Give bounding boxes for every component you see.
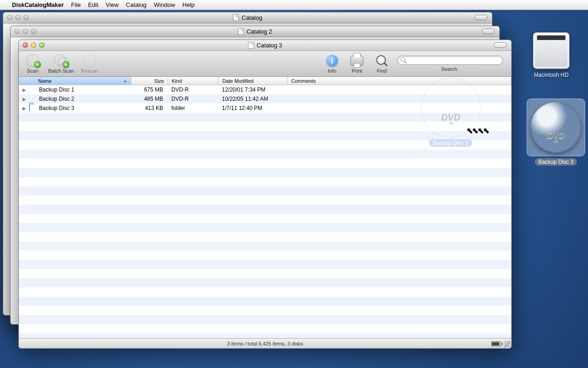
disc-icon — [29, 95, 36, 103]
column-name[interactable]: Name▲ — [19, 77, 131, 85]
sort-indicator-icon: ▲ — [123, 79, 127, 83]
drag-preview: DVD-R Backup Disc 3 — [418, 78, 483, 147]
column-date[interactable]: Date Modified — [219, 77, 288, 85]
minimize-button[interactable] — [31, 42, 36, 48]
menu-edit[interactable]: Edit — [88, 1, 98, 8]
zoom-button[interactable] — [39, 42, 45, 48]
cell-size: 413 KB — [131, 105, 168, 111]
column-kind[interactable]: Kind — [168, 77, 219, 85]
menu-view[interactable]: View — [106, 1, 119, 8]
disclosure-triangle-icon[interactable]: ▶ — [23, 106, 27, 111]
app-menu[interactable]: DiskCatalogMaker — [12, 1, 64, 8]
disclosure-triangle-icon[interactable]: ▶ — [23, 97, 27, 102]
cell-kind: folder — [168, 105, 218, 111]
hd-icon — [533, 32, 570, 69]
cell-name: Backup Disc 3 — [39, 105, 131, 111]
close-button[interactable] — [23, 42, 28, 48]
window-title: Catalog 2 — [247, 28, 272, 35]
resize-handle[interactable] — [504, 341, 510, 347]
cell-date: 12/20/01 7:34 PM — [218, 86, 289, 93]
print-button[interactable]: Print — [348, 54, 366, 74]
titlebar[interactable]: Catalog 3 — [19, 40, 511, 51]
cell-name: Backup Disc 1 — [39, 86, 131, 93]
search-input[interactable] — [408, 58, 500, 63]
titlebar[interactable]: Catalog 2 — [11, 26, 499, 37]
status-bar: 3 items / total 6,425 items, 3 disks — [19, 338, 511, 348]
menu-file[interactable]: File — [71, 1, 81, 8]
window-catalog-3[interactable]: Catalog 3 + Scan + Batch Scan Rescan i I… — [18, 40, 512, 349]
search-icon — [401, 58, 406, 63]
toolbar-toggle-button[interactable] — [482, 29, 495, 34]
menu-window[interactable]: Window — [154, 1, 175, 8]
find-button[interactable]: Find — [373, 54, 391, 74]
document-icon — [233, 14, 239, 21]
toolbar-toggle-button[interactable] — [494, 42, 507, 48]
dvd-icon: DVD-R — [531, 102, 581, 153]
rescan-button: Rescan — [80, 54, 99, 74]
folder-icon — [29, 104, 36, 112]
document-icon — [248, 42, 254, 49]
menubar[interactable]: DiskCatalogMaker File Edit View Catalog … — [0, 0, 588, 10]
column-size[interactable]: Size — [131, 77, 168, 85]
batch-scan-button[interactable]: + Batch Scan — [48, 54, 74, 74]
cell-date: 1/7/11 12:40 PM — [218, 105, 289, 111]
titlebar[interactable]: Catalog — [3, 12, 492, 23]
dvd-icon: DVD-R — [421, 78, 481, 138]
menu-help[interactable]: Help — [182, 1, 195, 8]
disclosure-triangle-icon[interactable]: ▶ — [23, 87, 27, 92]
disc-icon — [29, 86, 36, 93]
menu-catalog[interactable]: Catalog — [126, 1, 147, 8]
desktop-dvd[interactable]: DVD-R Backup Disc 3 — [524, 98, 588, 166]
info-button[interactable]: i Info — [323, 54, 341, 74]
desktop-hd[interactable]: Macintosh HD — [519, 32, 583, 78]
cell-size: 485 MB — [131, 96, 168, 102]
search-field[interactable] — [397, 56, 503, 65]
scan-button[interactable]: + Scan — [23, 54, 42, 74]
toolbar-toggle-button[interactable] — [475, 15, 487, 20]
cell-name: Backup Disc 2 — [39, 96, 131, 102]
cell-kind: DVD-R — [168, 86, 218, 93]
window-title: Catalog 3 — [257, 42, 283, 49]
document-icon — [238, 28, 244, 35]
toolbar: + Scan + Batch Scan Rescan i Info Print … — [19, 51, 511, 77]
cell-date: 10/22/05 11:42 AM — [218, 96, 289, 102]
view-mode-icon[interactable] — [491, 341, 501, 346]
cell-kind: DVD-R — [168, 96, 218, 102]
status-text: 3 items / total 6,425 items, 3 disks — [227, 341, 303, 346]
cell-size: 675 MB — [131, 86, 168, 93]
desktop-dvd-label: Backup Disc 3 — [535, 158, 577, 166]
drag-label: Backup Disc 3 — [429, 139, 473, 147]
desktop-hd-label: Macintosh HD — [519, 72, 583, 78]
window-title: Catalog — [242, 14, 262, 21]
